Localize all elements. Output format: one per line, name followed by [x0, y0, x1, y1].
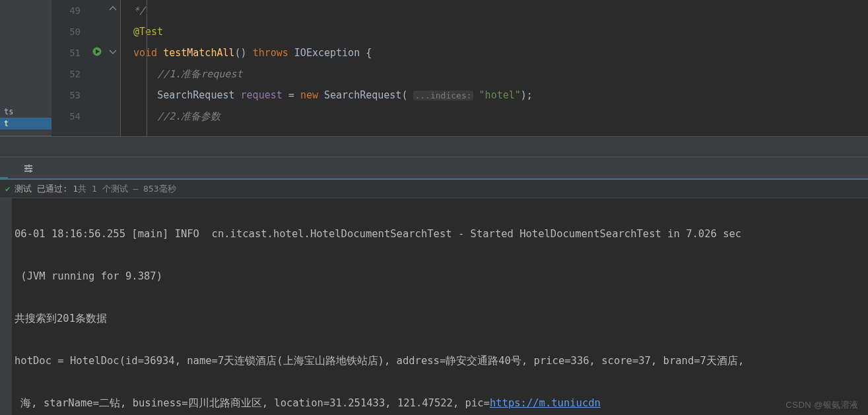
line-number: 49	[51, 0, 88, 21]
variable: request	[241, 89, 283, 101]
svg-rect-2	[24, 168, 32, 169]
line-number-gutter: 49 50 51 52 53 54	[51, 0, 88, 136]
code-editor[interactable]: */ @Test void testMatchAll() throws IOEx…	[120, 0, 868, 136]
type: SearchRequest	[157, 89, 234, 101]
console-output[interactable]: 06-01 18:16:56.255 [main] INFO cn.itcast…	[12, 198, 868, 415]
svg-rect-6	[30, 170, 31, 172]
log-line: hotDoc = HotelDoc(id=36934, name=7天连锁酒店(…	[15, 350, 868, 371]
log-line: 共搜索到201条数据	[15, 308, 868, 329]
keyword: void	[133, 47, 157, 59]
svg-rect-4	[28, 165, 30, 167]
log-line: (JVM running for 9.387)	[15, 266, 868, 287]
log-line: 06-01 18:16:56.255 [main] INFO cn.itcast…	[15, 223, 868, 245]
parens: ()	[235, 47, 247, 59]
test-status-text: 测试 已通过: 1	[15, 183, 78, 195]
settings-icon[interactable]	[24, 164, 33, 173]
project-item-selected[interactable]: t	[0, 118, 51, 130]
constructor: SearchRequest	[324, 89, 401, 101]
line-number: 54	[51, 106, 88, 127]
line-number: 52	[51, 63, 88, 85]
console-gutter	[0, 198, 12, 415]
paren-open: (	[401, 89, 407, 101]
line-number: 50	[51, 21, 88, 42]
line-number: 51	[51, 42, 88, 63]
fold-up-icon[interactable]	[108, 3, 118, 14]
run-tool-tabbar	[0, 157, 868, 180]
console-link[interactable]: https://m.tuniucdn	[490, 397, 601, 409]
paren-close: );	[521, 89, 533, 101]
project-item[interactable]: ts	[0, 106, 51, 118]
string: "hotel"	[479, 89, 521, 101]
watermark: CSDN @银氨溶液	[785, 399, 859, 411]
run-test-icon[interactable]	[92, 46, 102, 57]
line-number: 53	[51, 85, 88, 106]
svg-rect-3	[24, 170, 32, 172]
ide-root: ts t 49 50 51 52 53 54 */ @Test	[0, 0, 868, 415]
comment: */	[133, 5, 145, 17]
check-icon: ✔	[5, 184, 11, 194]
console-wrap: 06-01 18:16:56.255 [main] INFO cn.itcast…	[0, 198, 868, 415]
fold-down-icon[interactable]	[108, 46, 118, 57]
editor-area: ts t 49 50 51 52 53 54 */ @Test	[0, 0, 868, 136]
operator: =	[283, 89, 300, 101]
gutter-icon-column	[88, 0, 120, 136]
log-line: 海, starName=二钻, business=四川北路商业区, locati…	[15, 393, 868, 414]
comment: //2.准备参数	[157, 110, 220, 122]
keyword: new	[300, 89, 318, 101]
run-tab-selected[interactable]	[0, 157, 8, 178]
test-status-sub: 共 1 个测试 – 853毫秒	[78, 183, 176, 195]
keyword: throws	[253, 47, 288, 59]
brace: {	[366, 47, 372, 59]
test-status-bar: ✔ 测试 已通过: 1 共 1 个测试 – 853毫秒	[0, 180, 868, 198]
project-tree-stub: ts t	[0, 0, 51, 136]
annotation: @Test	[133, 26, 163, 38]
svg-rect-5	[26, 167, 27, 170]
editor-splitter[interactable]	[0, 136, 868, 157]
comment: //1.准备request	[157, 68, 242, 80]
method-name: testMatchAll	[163, 47, 234, 59]
param-hint: ...indices:	[413, 91, 473, 100]
type: IOException	[294, 47, 360, 59]
